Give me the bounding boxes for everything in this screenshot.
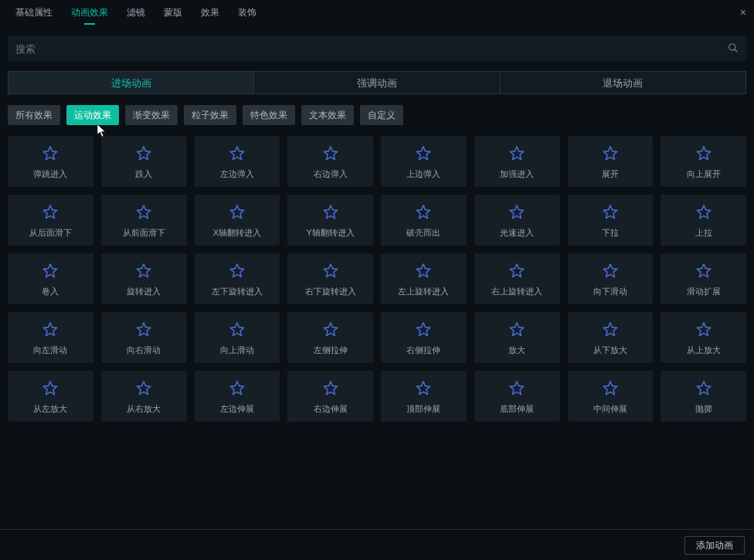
top-tab-0[interactable]: 基础属性 [6,0,62,25]
star-icon [226,144,248,164]
star-icon [226,261,248,281]
effect-cell-14[interactable]: 下拉 [568,195,654,246]
effect-cell-27[interactable]: 左侧拉伸 [287,312,373,363]
effect-cell-3[interactable]: 右边弹入 [287,136,373,187]
effect-cell-28[interactable]: 右侧拉伸 [381,312,467,363]
top-tab-2[interactable]: 滤镜 [117,0,155,25]
effect-cell-37[interactable]: 底部伸展 [474,371,560,422]
star-icon [320,261,341,281]
star-icon [693,144,715,164]
filter-tab-0[interactable]: 所有效果 [8,105,60,125]
effect-label: 向上展开 [687,168,721,180]
effect-label: 加强进入 [500,168,534,180]
star-icon [226,378,248,399]
star-icon [320,202,341,222]
top-tab-3[interactable]: 蒙版 [155,0,192,25]
star-icon [413,261,434,281]
effect-cell-12[interactable]: 破壳而出 [381,195,467,246]
effect-label: 从左放大 [33,403,67,415]
category-tab-1[interactable]: 强调动画 [254,71,500,94]
effect-label: 抛掷 [695,403,712,415]
star-icon [320,378,341,399]
close-icon[interactable]: × [740,6,746,19]
star-icon [39,144,61,164]
star-icon [599,320,621,340]
effect-cell-5[interactable]: 加强进入 [474,136,560,187]
effect-cell-10[interactable]: X轴翻转进入 [195,195,280,246]
effect-label: 从上放大 [687,344,721,356]
effect-cell-8[interactable]: 从后面滑下 [8,195,93,246]
star-icon [39,320,61,340]
effect-cell-38[interactable]: 中间伸展 [568,371,654,422]
add-animation-button[interactable]: 添加动画 [684,536,745,555]
filter-tab-4[interactable]: 特色效果 [243,105,295,125]
effect-cell-9[interactable]: 从前面滑下 [101,195,187,246]
filter-tab-5[interactable]: 文本效果 [301,105,354,125]
effect-cell-7[interactable]: 向上展开 [661,136,746,187]
star-icon [506,202,528,222]
category-tab-2[interactable]: 退场动画 [501,71,746,94]
star-icon [133,202,155,222]
effect-cell-29[interactable]: 放大 [474,312,560,363]
star-icon [39,378,61,399]
effect-cell-26[interactable]: 向上滑动 [195,312,280,363]
effect-cell-20[interactable]: 左上旋转进入 [381,253,467,304]
effect-cell-16[interactable]: 卷入 [8,253,93,304]
svg-point-0 [729,43,735,49]
effect-cell-30[interactable]: 从下放大 [568,312,654,363]
effect-label: 弹跳进入 [33,168,67,180]
effect-cell-2[interactable]: 左边弹入 [195,136,280,187]
effect-cell-13[interactable]: 光速进入 [474,195,560,246]
top-tab-5[interactable]: 装饰 [229,0,266,25]
effect-cell-22[interactable]: 向下滑动 [568,253,654,304]
effect-label: 从前面滑下 [123,227,165,239]
effect-cell-15[interactable]: 上拉 [661,195,746,246]
effect-cell-35[interactable]: 右边伸展 [287,371,373,422]
star-icon [413,144,434,164]
effect-cell-39[interactable]: 抛掷 [661,371,746,422]
search-input[interactable] [15,43,728,55]
effect-cell-23[interactable]: 滑动扩展 [661,253,746,304]
effect-label: 旋转进入 [127,286,161,297]
filter-tab-2[interactable]: 渐变效果 [125,105,178,125]
effect-label: 底部伸展 [500,403,534,415]
search-box[interactable] [8,36,746,62]
effect-label: 右上旋转进入 [491,286,542,297]
filter-tabs: 所有效果运动效果渐变效果粒子效果特色效果文本效果自定义 [8,105,746,125]
star-icon [133,144,155,164]
effect-cell-36[interactable]: 顶部伸展 [381,371,467,422]
filter-tab-3[interactable]: 粒子效果 [184,105,236,125]
effect-label: 向上滑动 [220,344,254,356]
category-tab-0[interactable]: 进场动画 [8,71,254,94]
effect-cell-21[interactable]: 右上旋转进入 [474,253,560,304]
effect-cell-19[interactable]: 右下旋转进入 [287,253,373,304]
effect-cell-1[interactable]: 跌入 [101,136,187,187]
effect-cell-6[interactable]: 展开 [568,136,654,187]
filter-tab-6[interactable]: 自定义 [360,105,403,125]
top-tab-1[interactable]: 动画效果 [62,0,117,25]
effect-cell-11[interactable]: Y轴翻转进入 [287,195,373,246]
effect-cell-18[interactable]: 左下旋转进入 [195,253,280,304]
effect-label: 上边弹入 [406,168,440,180]
star-icon [599,378,621,399]
filter-tab-1[interactable]: 运动效果 [66,105,119,125]
effect-cell-34[interactable]: 左边伸展 [195,371,280,422]
effect-label: 光速进入 [500,227,534,239]
effects-grid: 弹跳进入跌入左边弹入右边弹入上边弹入加强进入展开向上展开从后面滑下从前面滑下X轴… [8,136,746,422]
effect-label: 左边伸展 [220,403,254,415]
star-icon [320,144,341,164]
effect-cell-31[interactable]: 从上放大 [661,312,746,363]
star-icon [39,261,61,281]
effect-cell-25[interactable]: 向右滑动 [101,312,187,363]
top-tab-4[interactable]: 效果 [192,0,229,25]
effect-cell-24[interactable]: 向左滑动 [8,312,93,363]
effect-cell-33[interactable]: 从右放大 [101,371,187,422]
effect-cell-17[interactable]: 旋转进入 [101,253,187,304]
effect-cell-32[interactable]: 从左放大 [8,371,93,422]
search-icon[interactable] [728,42,739,56]
star-icon [133,261,155,281]
star-icon [226,320,248,340]
effect-cell-0[interactable]: 弹跳进入 [8,136,93,187]
effect-label: 右边弹入 [314,168,348,180]
effect-cell-4[interactable]: 上边弹入 [381,136,467,187]
